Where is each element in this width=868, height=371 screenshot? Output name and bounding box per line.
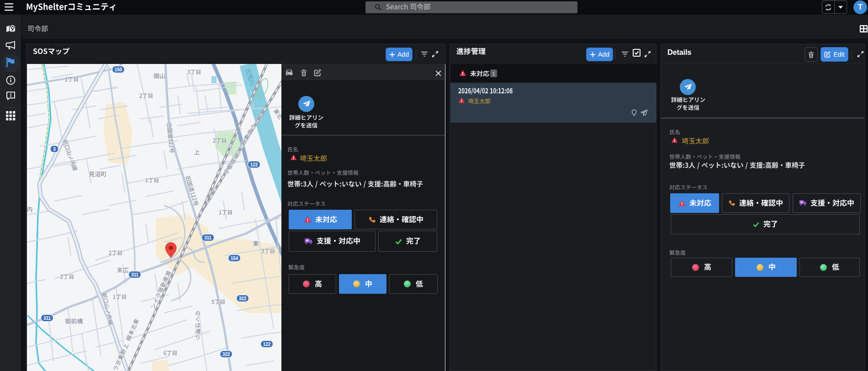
svg-text:154: 154 <box>231 256 238 261</box>
svg-text:122: 122 <box>263 342 271 347</box>
svg-text:322: 322 <box>239 296 247 301</box>
svg-text:322: 322 <box>222 352 230 357</box>
svg-text:3: 3 <box>53 147 56 152</box>
svg-text:150: 150 <box>115 67 122 72</box>
svg-text:311: 311 <box>43 316 51 321</box>
svg-text:122: 122 <box>250 162 258 167</box>
svg-text:311: 311 <box>204 235 212 240</box>
svg-text:311: 311 <box>131 272 139 277</box>
